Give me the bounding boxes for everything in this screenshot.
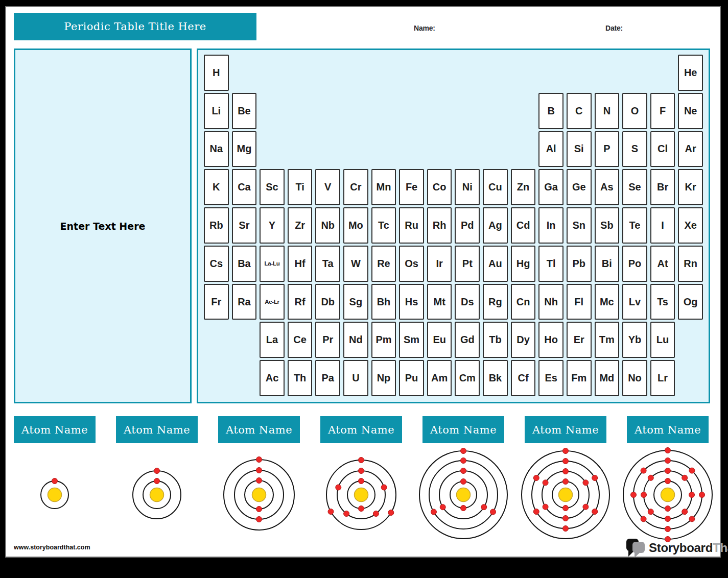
atom-diagram-area-1 [4,443,106,546]
element-cell-Sr: Sr [232,207,257,244]
element-cell-H: H [204,55,229,91]
element-cell-Md: Md [595,360,620,396]
atom-group-7: Atom Name [627,416,709,550]
atom-diagram-area-3 [208,443,310,546]
footer-url: www.storyboardthat.com [14,544,90,551]
atom-name-button-3[interactable]: Atom Name [218,416,300,443]
element-cell-As: As [595,169,620,205]
element-cell-Mt: Mt [427,284,452,320]
element-cell-Ac: Ac [260,360,285,396]
atom-group-2: Atom Name [116,416,198,550]
element-cell-Og: Og [678,284,703,320]
element-cell-Bh: Bh [371,284,396,320]
element-cell-Er: Er [567,322,592,358]
element-cell-Cn: Cn [511,284,536,320]
element-cell-V: V [315,169,340,205]
element-cell-Al: Al [538,131,563,167]
atom-group-5: Atom Name [422,416,504,550]
atom-diagram-area-4 [310,443,412,546]
element-cell-Sb: Sb [595,207,620,244]
notes-placeholder-text: Enter Text Here [60,221,146,232]
bohr-atom-diagram-2 [128,466,185,523]
element-cell-Cu: Cu [483,169,508,205]
element-cell-Ge: Ge [567,169,592,205]
bohr-atom-diagram-3 [219,455,299,535]
element-cell-Rh: Rh [427,207,452,244]
element-cell-Np: Np [371,360,396,396]
element-cell-Lr: Lr [650,360,675,396]
element-cell-Cf: Cf [511,360,536,396]
bohr-atom-diagram-6 [517,446,614,543]
element-cell-Ba: Ba [232,246,257,282]
element-cell-Ne: Ne [678,93,703,129]
element-cell-Dy: Dy [511,322,536,358]
element-cell-Am: Am [427,360,452,396]
element-cell-Be: Be [232,93,257,129]
element-cell-Pd: Pd [455,207,480,244]
element-cell-Pt: Pt [455,246,480,282]
element-cell-Pa: Pa [315,360,340,396]
atom-name-button-2[interactable]: Atom Name [116,416,198,443]
element-cell-Os: Os [399,246,424,282]
element-cell-Ho: Ho [538,322,563,358]
element-cell-Ce: Ce [288,322,313,358]
logo-text: StoryboardThat [649,541,728,555]
element-cell-Ca: Ca [232,169,257,205]
atom-group-6: Atom Name [525,416,606,550]
element-cell-Au: Au [483,246,508,282]
element-cell-Zn: Zn [511,169,536,205]
element-cell-Cr: Cr [343,169,368,205]
periodic-table-grid: HHeLiBeBCNOFNeNaMgAlSiPSClArKCaScTiVCrMn… [204,55,703,396]
date-label: Date: [605,24,623,32]
element-cell-Te: Te [622,207,647,244]
element-cell-Re: Re [371,246,396,282]
element-cell-Tc: Tc [371,207,396,244]
element-cell-Sc: Sc [260,169,285,205]
atom-name-button-7[interactable]: Atom Name [627,416,709,443]
atom-name-button-6[interactable]: Atom Name [525,416,606,443]
element-cell-Pr: Pr [315,322,340,358]
element-cell-No: No [622,360,647,396]
element-cell-Ga: Ga [538,169,563,205]
atom-name-button-5[interactable]: Atom Name [422,416,504,443]
element-cell-Ir: Ir [427,246,452,282]
element-cell-W: W [343,246,368,282]
element-cell-Ta: Ta [315,246,340,282]
atom-name-button-4[interactable]: Atom Name [320,416,402,443]
title-bar[interactable]: Periodic Table Title Here [14,13,256,40]
element-cell-K: K [204,169,229,205]
element-cell-Es: Es [538,360,563,396]
bohr-atom-diagram-4 [322,455,401,534]
bohr-atom-diagram-1 [36,476,73,513]
element-cell-Sg: Sg [343,284,368,320]
page-title: Periodic Table Title Here [64,20,206,33]
storyboardthat-logo: StoryboardThat [626,536,728,560]
element-cell-I: I [650,207,675,244]
element-cell-Si: Si [567,131,592,167]
element-cell-P: P [595,131,620,167]
element-cell-C: C [567,93,592,129]
element-cell-In: In [538,207,563,244]
element-cell-Mo: Mo [343,207,368,244]
element-cell-Ru: Ru [399,207,424,244]
element-cell-Hf: Hf [288,246,313,282]
element-cell-Po: Po [622,246,647,282]
bohr-atom-diagram-7 [619,446,717,544]
speech-bubbles-icon [626,537,646,559]
element-cell-Nh: Nh [538,284,563,320]
atom-name-button-1[interactable]: Atom Name [14,416,96,443]
element-cell-Co: Co [427,169,452,205]
element-cell-Pm: Pm [371,322,396,358]
periodic-table-panel: HHeLiBeBCNOFNeNaMgAlSiPSClArKCaScTiVCrMn… [197,49,710,403]
element-cell-Cd: Cd [511,207,536,244]
logo-text-that: That [713,541,728,555]
element-cell-S: S [622,131,647,167]
element-cell-Lu: Lu [650,322,675,358]
element-cell-Sm: Sm [399,322,424,358]
element-cell-Mc: Mc [595,284,620,320]
notes-panel[interactable]: Enter Text Here [14,49,192,403]
atom-group-3: Atom Name [218,416,300,550]
element-cell-Bi: Bi [595,246,620,282]
element-cell-Rn: Rn [678,246,703,282]
element-cell-Mg: Mg [232,131,257,167]
